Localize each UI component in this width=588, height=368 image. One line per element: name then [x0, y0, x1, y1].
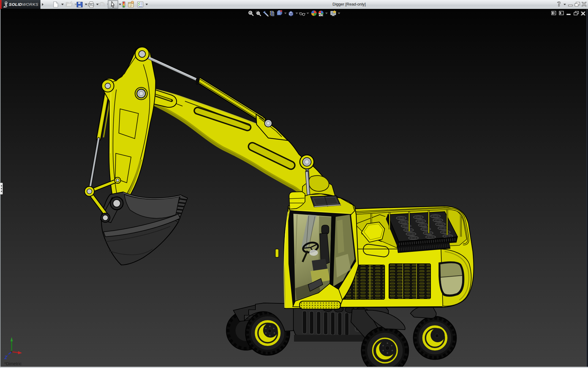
svg-text:SOLIDWORKS: SOLIDWORKS: [9, 2, 38, 7]
